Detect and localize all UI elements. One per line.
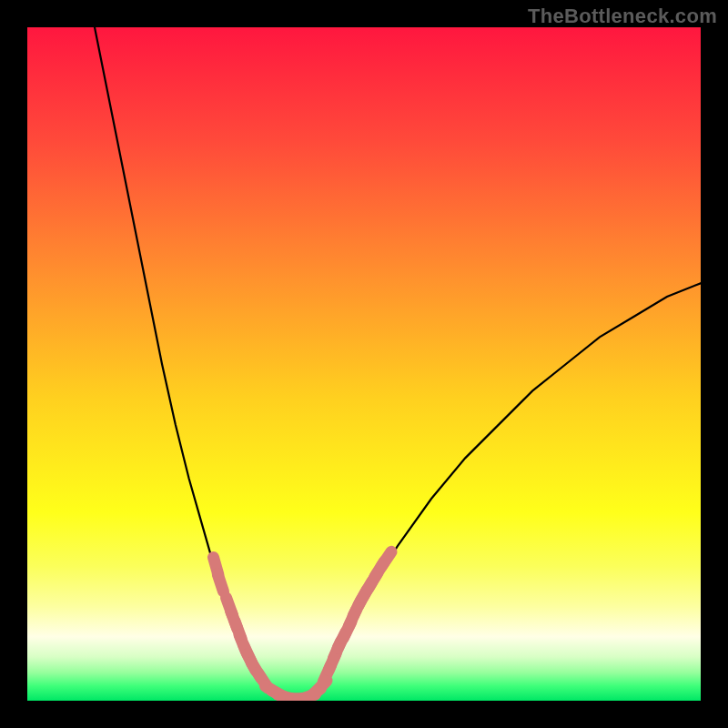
series-right-branch [310,283,701,696]
curve-lines [95,27,701,700]
curve-markers [214,551,392,700]
watermark-text: TheBottleneck.com [528,5,717,28]
marker-pill [217,574,223,592]
marker-pill [381,551,391,567]
series-left-branch [95,27,283,697]
chart-frame: TheBottleneck.com [0,0,728,728]
plot-area [27,27,701,701]
chart-svg [27,27,701,701]
